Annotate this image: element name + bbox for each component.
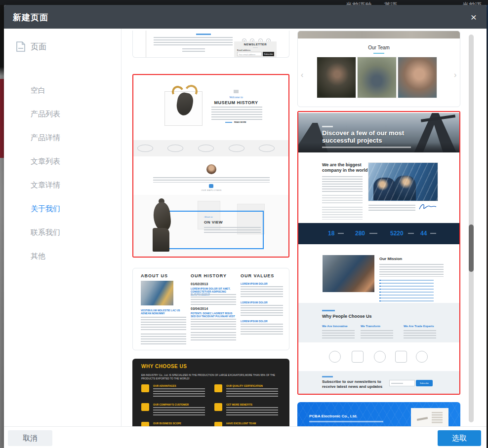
subscribe-button: Subscribe bbox=[416, 380, 433, 386]
testimonial-avatar bbox=[206, 164, 216, 174]
customer-icon bbox=[141, 403, 149, 411]
sidebar-item-blank[interactable]: 空白 bbox=[31, 86, 110, 97]
pcba-caption-placeholder bbox=[309, 421, 383, 422]
partner-logo bbox=[137, 145, 153, 152]
text-placeholder bbox=[153, 177, 270, 183]
newsletter-panel: NEWSLETTER Email address Your email addr… bbox=[234, 41, 277, 58]
template-card-pcba[interactable]: PCBA Electronic Co., Ltd. bbox=[297, 402, 460, 426]
museum-heading: MUSEUM HISTORY bbox=[204, 100, 268, 105]
workers-photo bbox=[368, 163, 438, 201]
partner-logo bbox=[229, 145, 244, 152]
stat-value: 18 bbox=[328, 230, 334, 237]
values-heading: OUR VALUES bbox=[241, 273, 274, 278]
readmore-underline bbox=[225, 122, 232, 123]
background-text: 当前语种 bbox=[346, 1, 371, 5]
client-logo bbox=[374, 351, 386, 363]
whychoose-item: OUR BUSINESS SCOPE bbox=[153, 422, 181, 425]
text-placeholder bbox=[204, 227, 261, 234]
sidebar-item-label: 空白 bbox=[31, 86, 45, 94]
statue-base bbox=[153, 228, 169, 252]
projects-hero-image: Discover a few of our most successful pr… bbox=[298, 113, 459, 152]
readmore-link: READ MORE bbox=[234, 121, 246, 123]
client-logo bbox=[416, 351, 428, 363]
why-column-heading: We Are Trade Experts bbox=[404, 325, 434, 328]
mission-photo bbox=[323, 255, 374, 292]
stat-label-placeholder bbox=[338, 233, 344, 234]
employees-label: OUR EMPLOYEES bbox=[192, 189, 231, 191]
cancel-button[interactable]: 取消 bbox=[8, 430, 52, 446]
certification-icon bbox=[214, 384, 222, 392]
page-document-icon bbox=[16, 41, 26, 52]
stat-label-placeholder bbox=[408, 233, 414, 234]
sidebar-item-product-list[interactable]: 产品列表 bbox=[31, 110, 110, 120]
select-button[interactable]: 选取 bbox=[438, 430, 481, 446]
sidebar-item-other[interactable]: 其他 bbox=[31, 252, 110, 262]
onview-section: About us ON VIEW bbox=[133, 195, 289, 258]
pcba-heading: PCBA Electronic Co., Ltd. bbox=[309, 414, 358, 418]
why-column-heading: We Are Innovative bbox=[322, 325, 348, 328]
stat-label-placeholder bbox=[430, 233, 436, 234]
history-date: 01/02/2013 bbox=[191, 282, 208, 286]
modal-footer: 取消 选取 bbox=[4, 426, 487, 448]
team-underline bbox=[373, 53, 384, 54]
team-photo-2 bbox=[358, 57, 396, 98]
text-placeholder bbox=[154, 37, 233, 46]
whychoose-intro: EM-INDUSTRY Co., Ltd. IS SPECIALIZED IN … bbox=[141, 373, 283, 380]
text-placeholder bbox=[191, 319, 236, 330]
why-eyebrow-placeholder bbox=[322, 310, 335, 311]
projects-logos-band bbox=[298, 342, 459, 371]
building-sketch bbox=[432, 412, 443, 424]
thumb-top-band bbox=[298, 31, 460, 38]
background-left-red-graphic bbox=[0, 79, 4, 158]
template-card-why-choose[interactable]: WHY CHOOSE US EM-INDUSTRY Co., Ltd. IS S… bbox=[132, 359, 289, 426]
subscribe-button: Subscribe bbox=[263, 52, 274, 56]
email-placeholder: Your email address bbox=[239, 53, 255, 56]
stat-value: 44 bbox=[420, 230, 427, 237]
building-sketch bbox=[417, 417, 428, 421]
values-title: LOREM IPSUM DOLOR bbox=[241, 282, 268, 285]
sidebar-item-article-detail[interactable]: 文章详情 bbox=[31, 181, 110, 191]
carousel-next-icon: › bbox=[454, 71, 456, 79]
sidebar-item-contact-us[interactable]: 联系我们 bbox=[31, 228, 110, 239]
aboutus-heading: ABOUT US bbox=[141, 273, 168, 278]
template-card-projects[interactable]: Discover a few of our most successful pr… bbox=[297, 111, 460, 395]
background-left-edge bbox=[0, 5, 4, 448]
benefits-icon bbox=[214, 403, 222, 411]
text-placeholder bbox=[322, 195, 363, 205]
advantage-icon bbox=[141, 384, 149, 392]
sidebar-item-article-list[interactable]: 文章列表 bbox=[31, 157, 110, 168]
sidebar-item-label: 关于我们 bbox=[31, 204, 60, 213]
sidebar-item-label: 文章列表 bbox=[31, 157, 60, 165]
museum-glyph bbox=[234, 90, 239, 93]
placeholder-text bbox=[391, 383, 403, 384]
hero-caption-placeholder bbox=[322, 147, 411, 148]
scaffold-overlay bbox=[368, 163, 438, 201]
onview-heading: ON VIEW bbox=[204, 220, 223, 224]
sidebar-item-page[interactable]: 页面 bbox=[16, 41, 115, 53]
partner-logo bbox=[167, 145, 183, 152]
close-icon[interactable]: × bbox=[467, 11, 480, 24]
history-title: POTENTI. DONEC LAOREET RISUS SED DUI TIN… bbox=[191, 312, 236, 318]
hero-eyebrow-placeholder bbox=[322, 126, 333, 127]
screen: 当前语种 英语 当前语 新建页面 × 页面 空白 产品列表 产品详情 文章列表 … bbox=[0, 0, 488, 448]
subscribe-section: Subscribe to our newsletters to receive … bbox=[298, 371, 459, 395]
stats-bar: 18 280 5220 44 bbox=[298, 223, 459, 244]
template-card-team[interactable]: Our Team ‹ › bbox=[297, 31, 460, 107]
gallery-scrollbar-thumb[interactable] bbox=[469, 224, 474, 272]
template-card-museum[interactable]: Welcome to MUSEUM HISTORY READ MORE OUR bbox=[132, 74, 289, 258]
template-card-newsletter-partial[interactable]: in g t f NEWSLETTER Email address Your e… bbox=[132, 31, 289, 58]
values-title: LOREM IPSUM DOLOR bbox=[241, 320, 268, 323]
values-title: LOREM IPSUM DOLOR bbox=[241, 301, 268, 304]
quote-icon bbox=[209, 184, 213, 188]
text-placeholder bbox=[153, 388, 205, 397]
sidebar-item-label: 联系我们 bbox=[31, 228, 60, 236]
sidebar-item-label: 产品列表 bbox=[31, 110, 60, 118]
sidebar-item-product-detail[interactable]: 产品详情 bbox=[31, 133, 110, 144]
email-label: Email address bbox=[237, 49, 250, 51]
sidebar-item-about-us[interactable]: 关于我们 bbox=[31, 204, 110, 215]
text-placeholder bbox=[322, 330, 355, 338]
template-card-about-columns[interactable]: ABOUT US VESTIBULUM MOLESTIE LAC US AENE… bbox=[132, 268, 289, 350]
sidebar-item-label: 文章详情 bbox=[31, 181, 60, 189]
gallery-scrollbar-track[interactable] bbox=[469, 35, 474, 422]
thumb-divider bbox=[146, 31, 146, 58]
